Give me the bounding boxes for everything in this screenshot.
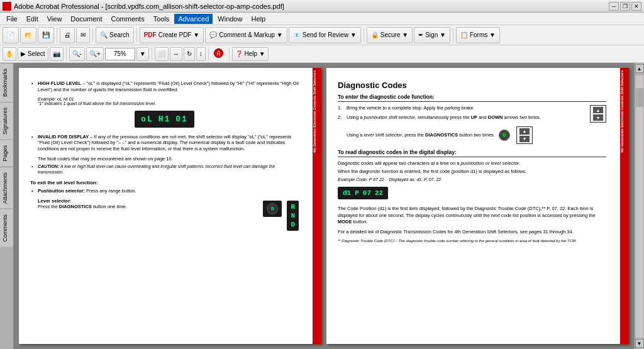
invalid-display-bullet: INVALID FOR DISPLAY – If any of the prev…	[30, 134, 299, 152]
open-icon: 📂	[25, 31, 32, 38]
send-icon: 📧	[293, 31, 301, 38]
right-page: 4th Generation Electronic Controls Shift…	[326, 68, 629, 344]
nav-toolbar: ✋ ▶ Select 📷 🔍- 🔍+ ▼ ⬜ ↔ ↻ ↕ 🅐 ❓ Help ▼	[0, 45, 644, 63]
select-tool[interactable]: ▶ Select	[18, 47, 48, 61]
diag-07: 07	[363, 189, 371, 197]
diag-step1: 1. Bring the vehicle to a complete stop.…	[338, 105, 606, 111]
title-bar: Adobe Acrobat Professional - [scribd.vpd…	[0, 0, 644, 13]
window-title: Adobe Acrobat Professional - [scribd.vpd…	[14, 3, 284, 10]
display-seg1: oL	[141, 114, 153, 124]
right-red-bar-text: 4th Generation Electronic Controls Shift…	[620, 68, 624, 155]
forms-button[interactable]: 📋 Forms ▼	[456, 27, 500, 43]
menu-tools[interactable]: Tools	[150, 14, 174, 24]
zoom-in-btn[interactable]: 🔍+	[86, 47, 104, 61]
lever-text: Lever selector: Press the DIAGNOSTICS bu…	[38, 198, 258, 209]
restore-button[interactable]: ❐	[620, 2, 630, 11]
exit-heading: To exit the oil level function:	[30, 180, 299, 186]
rotate-btn[interactable]: ↻	[184, 47, 195, 61]
rnd-display: R N D	[287, 201, 299, 231]
save-icon: 💾	[42, 31, 50, 38]
snapshot-tool[interactable]: 📷	[50, 47, 64, 61]
nav-arrows[interactable]: ↕	[196, 47, 206, 61]
menu-view[interactable]: View	[43, 14, 66, 24]
menu-advanced[interactable]: Advanced	[174, 14, 213, 24]
separator1	[57, 28, 57, 42]
close-button[interactable]: ✕	[631, 2, 641, 11]
right-page-content: Diagnostic Codes To enter the diagnostic…	[338, 80, 618, 331]
separator3	[136, 28, 137, 42]
send-review-button[interactable]: 📧 Send for Review ▼	[289, 27, 361, 43]
fit-width-btn[interactable]: ↔	[170, 47, 182, 61]
diag-button-container: D	[263, 198, 282, 219]
main-toolbar: 📄 📂 💾 🖨 ✉ 🔍 Search PDF Create PDF ▼ 💬 Co…	[0, 25, 644, 45]
save-button[interactable]: 💾	[38, 27, 54, 43]
r-seg: R	[291, 203, 295, 211]
diag-button-icon[interactable]: D	[267, 203, 278, 214]
forms-label: Forms ▼	[470, 31, 496, 38]
up-arrow-btn2[interactable]: ▲	[519, 128, 530, 135]
menu-edit[interactable]: Edit	[23, 14, 42, 24]
zoom-out-btn[interactable]: 🔍-	[69, 47, 85, 61]
invalid-head: INVALID FOR DISPLAY	[38, 134, 89, 140]
d-seg: D	[291, 221, 295, 228]
fit-page-btn[interactable]: ⬜	[155, 47, 169, 61]
scroll-up-btn[interactable]: ▲	[635, 64, 644, 73]
pushbutton-body: Press any range button.	[86, 188, 136, 194]
create-pdf-icon: PDF	[144, 31, 157, 38]
diag-22: 22	[375, 189, 383, 197]
acrobat-logo: 🅐	[211, 47, 226, 61]
zoom-confirm[interactable]: ▼	[136, 47, 149, 61]
down-arrow-btn2[interactable]: ▼	[519, 136, 530, 142]
help-dropdown[interactable]: ❓ Help ▼	[232, 47, 269, 61]
right-red-bar: 4th Generation Electronic Controls Shift…	[620, 68, 629, 344]
menu-window[interactable]: Window	[214, 14, 246, 24]
fluid-level-display: oL H1 01	[135, 111, 194, 128]
new-button[interactable]: 📄	[3, 27, 19, 43]
menu-help[interactable]: Help	[247, 14, 269, 24]
main-area: Bookmarks Signatures Pages Attachments C…	[0, 63, 644, 349]
minimize-button[interactable]: ─	[609, 2, 619, 11]
comments-tab[interactable]: Comments	[0, 209, 13, 247]
menu-comments[interactable]: Comments	[108, 14, 148, 24]
nav-sep3	[208, 47, 209, 61]
zoom-input[interactable]	[105, 48, 135, 60]
create-pdf-button[interactable]: PDF Create PDF ▼	[140, 27, 204, 43]
diag-display-container: d1 P 07 22	[338, 184, 606, 202]
arrow-box2: ▲ ▼	[516, 126, 533, 144]
print-button[interactable]: 🖨	[60, 27, 75, 43]
app-icon	[3, 2, 11, 11]
diag-subtitle2: To read diagnostic codes in the digital …	[338, 149, 606, 157]
new-icon: 📄	[7, 31, 14, 38]
example-line1: Example: oL HI 01 "1" indicates 1 quart …	[38, 97, 299, 106]
separator5	[453, 28, 453, 42]
bookmarks-tab[interactable]: Bookmarks	[0, 63, 13, 102]
print-icon: 🖨	[64, 31, 70, 38]
comment-icon: 💬	[209, 31, 217, 38]
search-button[interactable]: 🔍 Search	[96, 27, 134, 43]
display-container1: oL H1 01	[30, 108, 299, 130]
nav-sep2	[152, 47, 152, 61]
search-icon: 🔍	[100, 31, 108, 38]
pushbutton-exit-bullet: Pushbutton selector: Press any range but…	[30, 188, 299, 194]
diag-circle-btn[interactable]: D	[499, 130, 510, 141]
comment-markup-button[interactable]: 💬 Comment & Markup ▼	[205, 27, 287, 43]
diag-subtitle1: To enter the diagnostic code function:	[338, 94, 606, 102]
forms-icon: 📋	[460, 31, 468, 38]
pages-tab[interactable]: Pages	[0, 140, 13, 167]
sign-icon: ✒	[418, 31, 423, 38]
dtc-footnote: ** Diagnostic Trouble Code (DTC) – The d…	[338, 239, 606, 244]
attachments-tab[interactable]: Attachments	[0, 167, 13, 209]
right-scrollbar: ▲ ▼	[634, 63, 644, 349]
open-button[interactable]: 📂	[20, 27, 36, 43]
menu-file[interactable]: File	[3, 14, 21, 24]
signatures-tab[interactable]: Signatures	[0, 102, 13, 140]
secure-button[interactable]: 🔒 Secure ▼	[367, 27, 413, 43]
email-button[interactable]: ✉	[76, 27, 90, 43]
sign-button[interactable]: ✒ Sign ▼	[414, 27, 450, 43]
scroll-thumb[interactable]	[636, 88, 643, 107]
left-red-bar: 4th Generation Electronic Controls Shift…	[313, 68, 321, 344]
scroll-down-btn[interactable]: ▼	[635, 339, 644, 348]
menu-document[interactable]: Document	[67, 14, 106, 24]
fault-note: The fault codes that may be encountered …	[38, 156, 299, 162]
hand-tool[interactable]: ✋	[3, 47, 16, 61]
